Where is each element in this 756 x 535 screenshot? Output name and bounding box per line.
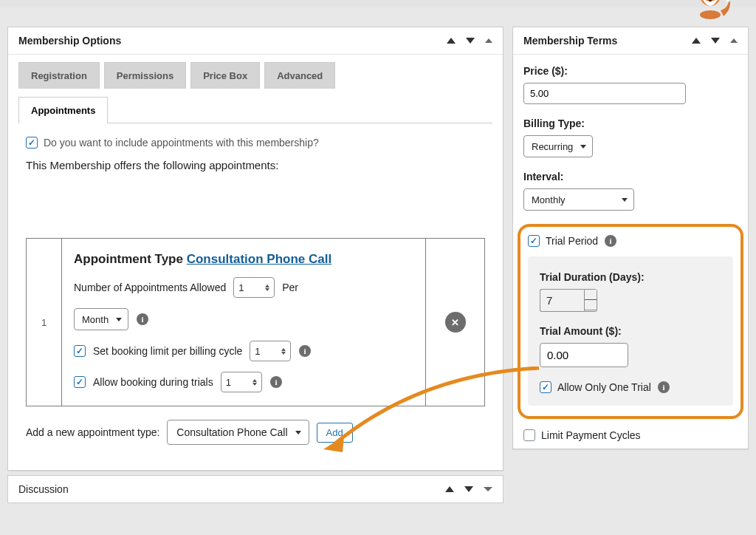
trial-amount-input[interactable] [540, 343, 628, 367]
interval-label: Interval: [523, 171, 738, 183]
appointment-type-label: Appointment Type [74, 252, 183, 266]
info-icon[interactable]: i [269, 375, 283, 389]
per-label: Per [282, 282, 298, 293]
trial-period-checkbox[interactable] [528, 235, 540, 247]
only-one-trial-checkbox[interactable] [540, 381, 551, 393]
trial-duration-label: Trial Duration (Days): [540, 271, 721, 283]
panel-expand-icon[interactable] [484, 487, 492, 491]
membership-options-panel: Membership Options Registration Permissi… [7, 27, 504, 471]
info-icon[interactable]: i [657, 381, 670, 394]
discussion-panel: Discussion [7, 475, 504, 503]
panel-move-down-icon[interactable] [464, 486, 473, 492]
chevron-down-icon [295, 431, 301, 435]
appointment-row-body: Appointment Type Consultation Phone Call… [62, 239, 426, 406]
per-unit-value: Month [82, 314, 109, 325]
info-icon[interactable]: i [136, 313, 149, 326]
svg-text:i: i [142, 315, 144, 324]
svg-text:i: i [304, 347, 306, 355]
booking-limit-input[interactable]: 1 [250, 341, 291, 361]
tab-content-appointments: Do you want to include appointments with… [18, 123, 492, 463]
trial-amount-label: Trial Amount ($): [540, 325, 721, 337]
row-number: 1 [27, 239, 62, 406]
tab-advanced[interactable]: Advanced [264, 62, 335, 89]
trial-duration-value: 7 [540, 289, 584, 312]
add-button[interactable]: Add [317, 423, 353, 443]
per-unit-select[interactable]: Month [74, 308, 128, 330]
tab-registration[interactable]: Registration [18, 62, 100, 89]
top-spacer [0, 0, 756, 7]
billing-type-label: Billing Type: [523, 117, 738, 129]
limit-cycles-checkbox[interactable] [523, 429, 535, 441]
interval-select[interactable]: Monthly [523, 188, 634, 211]
booking-limit-checkbox[interactable] [74, 345, 86, 357]
num-appointments-label: Number of Appointments Allowed [74, 282, 226, 293]
tabs: Registration Permissions Price Box Advan… [18, 62, 492, 123]
fox-mascot-icon [688, 0, 732, 21]
panel-title: Membership Options [18, 35, 121, 47]
add-appointment-select[interactable]: Consultation Phone Call [167, 420, 309, 445]
tab-appointments[interactable]: Appointments [18, 97, 108, 123]
stepper-icon[interactable] [265, 284, 269, 291]
price-input[interactable] [523, 83, 686, 104]
offers-heading: This Membership offers the following app… [26, 159, 485, 171]
tab-permissions[interactable]: Permissions [104, 62, 186, 89]
price-label: Price ($): [523, 65, 738, 77]
panel-move-down-icon[interactable] [466, 38, 475, 44]
allow-trials-input[interactable]: 1 [221, 372, 262, 392]
chevron-down-icon [622, 198, 628, 202]
booking-limit-label: Set booking limit per billing cycle [93, 345, 242, 357]
terms-title: Membership Terms [523, 35, 617, 47]
stepper-icon[interactable] [584, 289, 597, 312]
only-one-trial-label: Allow Only One Trial [557, 381, 651, 393]
include-appointments-checkbox[interactable] [26, 137, 38, 149]
panel-move-up-icon[interactable] [692, 38, 701, 44]
panel-collapse-icon[interactable] [730, 38, 738, 43]
allow-trials-checkbox[interactable] [74, 376, 86, 388]
trial-duration-input[interactable]: 7 [540, 289, 597, 312]
trial-settings: Trial Duration (Days): 7 Trial Amount ($… [528, 256, 733, 406]
tab-pricebox[interactable]: Price Box [190, 62, 260, 89]
svg-text:i: i [275, 378, 277, 386]
stepper-icon[interactable] [252, 379, 257, 386]
appointments-table: 1 Appointment Type Consultation Phone Ca… [26, 238, 485, 406]
panel-move-down-icon[interactable] [711, 38, 720, 44]
delete-appointment-button[interactable] [445, 312, 466, 333]
membership-terms-panel: Membership Terms Price ($): Billing Type… [512, 27, 749, 449]
svg-text:i: i [610, 236, 612, 245]
interval-value: Monthly [532, 194, 566, 205]
panel-move-up-icon[interactable] [445, 486, 454, 492]
chevron-down-icon [116, 318, 122, 321]
info-icon[interactable]: i [298, 344, 312, 358]
appointment-type-link[interactable]: Consultation Phone Call [187, 252, 331, 266]
svg-text:i: i [662, 383, 664, 392]
add-appointment-label: Add a new appointment type: [26, 426, 159, 438]
allow-trials-value: 1 [226, 377, 231, 388]
panel-move-up-icon[interactable] [447, 38, 456, 44]
booking-limit-value: 1 [255, 346, 260, 357]
add-appointment-select-value: Consultation Phone Call [176, 426, 287, 438]
num-appointments-input[interactable]: 1 [233, 277, 275, 298]
trial-period-label: Trial Period [546, 235, 598, 247]
panel-collapse-icon[interactable] [485, 38, 492, 43]
allow-trials-label: Allow booking during trials [93, 376, 213, 388]
discussion-title: Discussion [18, 483, 69, 495]
info-icon[interactable]: i [604, 234, 617, 248]
include-appointments-label: Do you want to include appointments with… [44, 137, 319, 149]
svg-point-0 [700, 10, 721, 19]
limit-cycles-label: Limit Payment Cycles [541, 429, 641, 441]
chevron-down-icon [580, 145, 586, 149]
panel-header: Membership Options [8, 27, 503, 55]
stepper-icon[interactable] [281, 348, 286, 355]
num-appointments-value: 1 [238, 282, 244, 293]
billing-type-value: Recurring [532, 141, 573, 152]
billing-type-select[interactable]: Recurring [523, 135, 593, 157]
trial-highlight-box: Trial Period i Trial Duration (Days): 7 [518, 224, 743, 419]
